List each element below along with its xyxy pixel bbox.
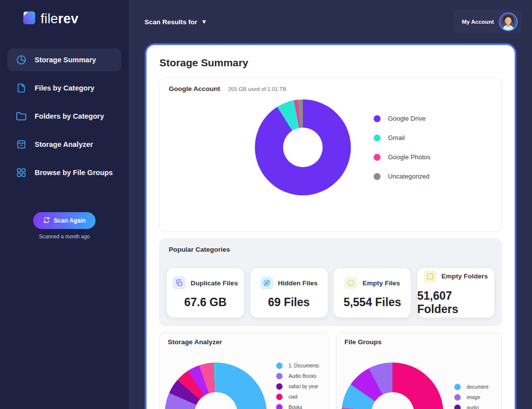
stat-value: 5,554 Files [343,296,401,309]
legend-dot [454,405,461,409]
eye-off-icon [260,276,273,289]
scan-again-label: Scan Again [54,217,86,224]
legend-dot [374,154,381,161]
chevron-down-icon: ▼ [201,19,207,25]
sidebar-item-browse-by-file-groups[interactable]: Browse by File Groups [7,161,121,184]
legend-dot [276,373,283,379]
stat-label: Hidden Files [278,279,318,287]
sidebar-item-label: Storage Analyzer [35,140,93,148]
sidebar-item-folders-by-category[interactable]: Folders by Category [7,105,121,128]
stat-card-duplicate-files[interactable]: Duplicate Files 67.6 GB [167,268,244,318]
legend-label: document [467,384,488,390]
legend-dot [454,394,461,401]
grid-icon [15,167,27,179]
stat-card-hidden-files[interactable]: Hidden Files 69 Files [250,268,328,318]
storage-analyzer-panel: Storage Analyzer 1. DocumentsAudio Books… [159,332,330,409]
google-account-title: Google Account [169,85,220,92]
my-account-button[interactable]: My Account [454,10,521,34]
legend-dot [276,394,283,400]
google-account-header: Google Account 265 GB used of 1.01 TB [169,85,492,92]
sidebar: filerev Storage Summary Files by Categor… [0,0,129,409]
stat-value: 69 Files [268,296,309,309]
sidebar-item-files-by-category[interactable]: Files by Category [7,77,121,99]
file-groups-donut-chart[interactable] [341,363,443,409]
legend-label: Audio Books [289,373,316,379]
storage-analyzer-title: Storage Analyzer [168,338,321,346]
topbar: Scan Results for ▼ My Account [129,0,532,44]
legend-dot [374,173,381,180]
legend-dot [454,384,461,390]
google-account-donut-chart[interactable] [255,99,351,195]
scan-results-for-label: Scan Results for [145,18,197,26]
sidebar-item-storage-summary[interactable]: Storage Summary [7,48,121,71]
legend-label: image [467,395,480,400]
main-area: Scan Results for ▼ My Account Storage Su… [129,0,532,409]
storage-analyzer-legend: 1. DocumentsAudio Bookssafari by yearcwd… [276,363,319,409]
legend-dot [374,135,381,141]
legend-item: document [454,384,488,390]
avatar-ring [499,12,518,31]
scan-again-button[interactable]: Scan Again [33,212,96,229]
legend-item: Audio Books [276,373,319,379]
google-account-usage: 265 GB used of 1.01 TB [228,86,287,92]
copy-icon [173,276,186,289]
legend-label: audio [467,405,479,409]
stat-card-empty-folders[interactable]: Empty Folders 51,607 Folders [417,268,494,318]
stat-label: Duplicate Files [191,279,238,287]
legend-item: Gmail [374,134,431,141]
legend-dot [374,115,381,122]
app-name: filerev [41,11,78,27]
legend-item: Google Drive [374,115,431,122]
app-logo: filerev [23,11,129,27]
circle-outline-icon [344,276,357,289]
legend-item: cwd [276,394,319,400]
legend-dot [276,383,283,390]
my-account-label: My Account [462,19,494,25]
sidebar-item-storage-analyzer[interactable]: Storage Analyzer [7,133,121,156]
square-outline-icon [424,270,436,283]
storage-summary-card: Storage Summary Google Account 265 GB us… [145,44,516,409]
google-account-panel: Google Account 265 GB used of 1.01 TB Go… [159,78,502,232]
sidebar-item-label: Folders by Category [35,112,104,120]
sidebar-nav: Storage Summary Files by Category Folder… [0,48,129,189]
legend-item: 1. Documents [276,363,319,369]
legend-label: safari by year [289,384,318,389]
popular-categories-cards: Duplicate Files 67.6 GB Hidden Files 69 … [166,268,495,319]
scan-again-section: Scan Again Scanned a month ago [0,212,129,239]
legend-label: Google Photos [388,153,431,161]
file-groups-title: File Groups [344,338,493,346]
legend-label: Google Drive [388,115,426,122]
legend-label: cwd [289,394,297,400]
last-scan-caption: Scanned a month ago [0,233,129,239]
legend-item: Uncategorized [374,173,431,180]
popular-categories-panel: Popular Categories Duplicate Files 67.6 … [159,238,502,326]
page-title: Storage Summary [159,57,502,69]
legend-item: image [454,394,488,401]
stat-card-empty-files[interactable]: Empty Files 5,554 Files [334,268,411,318]
legend-label: 1. Documents [289,363,319,368]
legend-dot [276,363,283,369]
legend-item: Books [276,404,319,409]
popular-categories-title: Popular Categories [169,246,495,253]
legend-item: Google Photos [374,153,431,161]
legend-label: Gmail [388,134,405,141]
file-groups-panel: File Groups documentimageaudiovideo [336,332,502,409]
donut-hole [283,128,323,167]
storage-analyzer-donut-chart[interactable] [165,363,267,409]
bottom-charts-row: Storage Analyzer 1. DocumentsAudio Books… [159,332,502,409]
stat-value: 67.6 GB [184,296,227,309]
refresh-icon [43,217,50,225]
google-account-chart: Google DriveGmailGoogle PhotosUncategori… [169,99,492,195]
scan-results-for-dropdown[interactable]: Scan Results for ▼ [145,18,207,26]
filerev-logo-icon [23,11,36,27]
archive-box-icon [15,138,27,150]
legend-label: Books [289,405,302,409]
folder-icon [15,110,27,122]
legend-item: safari by year [276,383,319,390]
donut-hole [194,392,238,409]
legend-label: Uncategorized [388,173,430,180]
legend-item: audio [454,405,488,409]
stat-value: 51,607 Folders [417,289,494,316]
legend-dot [276,404,283,409]
file-groups-legend: documentimageaudiovideo [454,384,488,409]
